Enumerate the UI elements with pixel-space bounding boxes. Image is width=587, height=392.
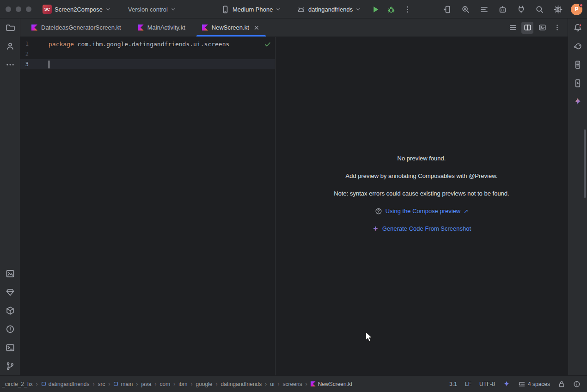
gemini-tool-button[interactable]	[569, 92, 587, 111]
bug-icon	[387, 5, 396, 14]
breadcrumb-item[interactable]: java	[141, 381, 151, 387]
run-configuration-selector[interactable]: datingandfriends	[297, 0, 361, 18]
tab-mainactivity[interactable]: MainActivity.kt	[129, 18, 194, 37]
compose-preview-panel: No preview found. Add preview by annotat…	[275, 37, 568, 375]
code-inspect-button[interactable]	[460, 4, 471, 15]
breadcrumb-separator: ›	[278, 381, 280, 387]
split-view-button[interactable]	[521, 22, 533, 34]
kotlin-file-icon	[138, 24, 144, 31]
scrollbar-thumb[interactable]	[584, 129, 586, 198]
preview-messages: No preview found. Add preview by annotat…	[275, 155, 568, 233]
resource-manager-icon	[6, 269, 15, 278]
code-view-icon	[509, 24, 517, 31]
device-explorer-tool-button[interactable]	[569, 55, 587, 74]
line-number: 2	[20, 51, 29, 57]
tab-label: DateIdeasGeneratorScreen.kt	[41, 24, 121, 31]
more-tool-windows-button[interactable]	[1, 55, 19, 74]
search-everywhere-button[interactable]	[534, 4, 545, 15]
logcat-icon	[480, 5, 489, 14]
editor-options-button[interactable]	[551, 22, 563, 34]
commit-tool-button[interactable]	[1, 37, 19, 55]
code-view-button[interactable]	[507, 22, 519, 34]
ai-assistant-status[interactable]	[503, 380, 510, 388]
notifications-tool-button[interactable]	[569, 18, 587, 37]
inspection-ok-icon[interactable]	[264, 41, 271, 48]
debug-button[interactable]	[387, 0, 396, 18]
device-mirror-button[interactable]	[441, 4, 452, 15]
gradle-tool-button[interactable]	[569, 37, 587, 55]
terminal-tool-button[interactable]	[1, 338, 19, 357]
kotlin-file-icon	[202, 24, 208, 31]
chevron-down-icon	[171, 6, 176, 12]
breadcrumb-item[interactable]: main	[113, 381, 133, 387]
tab-label: NewScreen.kt	[212, 24, 249, 31]
no-preview-message: No preview found.	[397, 155, 446, 162]
breadcrumb-label: _circle_2_fix	[2, 381, 33, 387]
more-actions-button[interactable]	[403, 0, 412, 18]
gear-icon	[554, 5, 563, 14]
breadcrumb-item[interactable]: com	[159, 381, 170, 387]
zoom-button[interactable]	[26, 6, 31, 12]
breadcrumb-separator: ›	[108, 381, 110, 387]
phone-icon	[221, 5, 230, 14]
run-button[interactable]	[371, 0, 380, 18]
compose-preview-docs-link[interactable]: Using the Compose preview ↗	[375, 208, 469, 215]
running-devices-tool-button[interactable]	[569, 74, 587, 92]
encoding-widget[interactable]: UTF-8	[479, 381, 495, 387]
module-icon	[113, 381, 118, 386]
ide-window: SC Screen2Compose Version control Medium…	[0, 0, 587, 392]
breadcrumb-label: com	[159, 381, 170, 387]
close-button[interactable]	[6, 6, 11, 12]
breadcrumb-item[interactable]: ibm	[178, 381, 187, 387]
minimize-button[interactable]	[16, 6, 21, 12]
breadcrumb-item[interactable]: src	[98, 381, 105, 387]
logcat-button[interactable]	[478, 4, 489, 15]
breadcrumb-item[interactable]: screens	[283, 381, 302, 387]
breadcrumb-item[interactable]: _circle_2_fix	[2, 381, 33, 387]
caret-position-widget[interactable]: 3:1	[449, 381, 457, 387]
indent-label: 4 spaces	[528, 381, 550, 387]
sparkle-icon	[503, 380, 510, 388]
design-view-button[interactable]	[536, 22, 548, 34]
settings-button[interactable]	[552, 4, 563, 15]
studio-bot-button[interactable]	[497, 4, 508, 15]
breadcrumb-item[interactable]: google	[196, 381, 212, 387]
unlock-icon	[558, 380, 565, 388]
app-quality-insights-tool-button[interactable]	[1, 283, 19, 301]
device-selector[interactable]: Medium Phone	[221, 0, 281, 18]
editor-line-3: 3	[20, 59, 275, 69]
docs-link-label: Using the Compose preview	[385, 208, 461, 215]
version-control-widget[interactable]: Version control	[128, 0, 176, 18]
avatar[interactable]: P	[571, 4, 582, 15]
keyword-token: package	[49, 41, 74, 48]
generate-code-from-screenshot-link[interactable]: Generate Code From Screenshot	[372, 225, 471, 233]
syntax-error-note: Note: syntax errors could cause existing…	[334, 190, 509, 197]
breadcrumb-item-file[interactable]: NewScreen.kt	[311, 381, 353, 387]
tab-close-button[interactable]	[253, 24, 260, 31]
project-tool-button[interactable]	[1, 18, 19, 37]
tab-newscreen[interactable]: NewScreen.kt	[194, 18, 269, 37]
studio-bot-icon	[498, 5, 507, 14]
breadcrumb-item[interactable]: datingandfriends	[41, 381, 90, 387]
kebab-menu-icon	[553, 24, 561, 31]
build-tool-button[interactable]	[1, 301, 19, 320]
device-manager-button[interactable]	[515, 4, 526, 15]
problems-tool-button[interactable]	[1, 320, 19, 338]
breadcrumb-separator: ›	[173, 381, 175, 387]
code-editor[interactable]: 1 package com.ibm.google.datingandfriend…	[20, 37, 275, 375]
project-logo-icon: SC	[43, 5, 52, 14]
project-widget[interactable]: SC Screen2Compose	[43, 0, 111, 18]
breadcrumb-separator: ›	[306, 381, 307, 387]
package-box-icon	[6, 306, 15, 315]
breadcrumb-item[interactable]: datingandfriends	[221, 381, 262, 387]
status-info-button[interactable]	[573, 380, 581, 388]
breadcrumb-separator: ›	[190, 381, 192, 387]
editor-line-1: 1 package com.ibm.google.datingandfriend…	[20, 39, 275, 49]
resource-manager-tool-button[interactable]	[1, 264, 19, 283]
tab-dateideasgeneratorscreen[interactable]: DateIdeasGeneratorScreen.kt	[23, 18, 129, 37]
version-control-tool-button[interactable]	[1, 357, 19, 375]
indent-widget[interactable]: 4 spaces	[518, 380, 550, 388]
breadcrumb-item[interactable]: ui	[270, 381, 274, 387]
readonly-toggle[interactable]	[558, 380, 565, 388]
line-separator-widget[interactable]: LF	[465, 381, 471, 387]
